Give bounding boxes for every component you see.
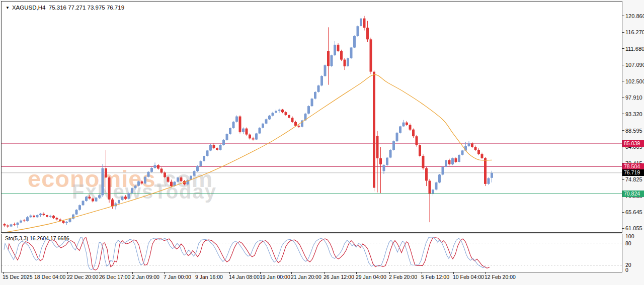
time-axis-label: 29 Jan 04:00 xyxy=(356,274,386,280)
trading-chart-window: economies.com FxNewsToday ▼XAGUSD,H4 75.… xyxy=(0,0,644,285)
time-axis-label: 14 Jan 08:00 xyxy=(229,274,260,280)
price-axis-label: 97.910 xyxy=(625,94,642,101)
price-axis-label: 107.090 xyxy=(625,62,644,68)
stochastic-panel[interactable]: Sto(5,3,3) 16.2604 17.6686 xyxy=(1,234,622,272)
price-axis-tick xyxy=(622,16,624,16)
symbol-timeframe: XAGUSD,H4 xyxy=(12,5,45,11)
price-axis-label: 111.680 xyxy=(625,46,644,52)
price-axis-tick xyxy=(622,196,624,196)
time-axis-label: 26 Dec 17:00 xyxy=(99,274,130,280)
price-axis-tick xyxy=(622,48,624,49)
time-axis-label: 12 Feb 20:00 xyxy=(485,274,516,280)
price-axis-tick xyxy=(622,228,624,229)
current-price-tag: 76.719 xyxy=(622,169,644,176)
time-axis-label: 9 Jan 16:00 xyxy=(195,274,223,280)
price-axis-tick xyxy=(622,179,624,180)
indicator-axis-label: 100 xyxy=(625,233,634,239)
price-axis-tick xyxy=(622,65,624,65)
time-axis-label: 19 Jan 00:00 xyxy=(260,274,290,280)
indicator-axis-label: 80 xyxy=(625,240,631,246)
time-axis-label: 10 Feb 04:00 xyxy=(453,274,484,280)
price-chart-canvas[interactable] xyxy=(2,2,622,232)
price-level-tag: 85.039 xyxy=(622,140,644,147)
ohlc-values: 75.316 77.271 73.975 76.719 xyxy=(49,5,124,11)
time-axis-label: 26 Jan 12:00 xyxy=(324,274,354,280)
price-axis-tick xyxy=(622,163,624,163)
price-axis-label: 120.860 xyxy=(625,13,644,19)
price-level-tag: 78.504 xyxy=(622,163,644,170)
price-axis-label: 116.270 xyxy=(625,29,644,35)
price-axis-label: 74.825 xyxy=(625,176,642,182)
price-axis-label: 102.500 xyxy=(625,78,644,84)
price-axis-label: 61.055 xyxy=(625,225,642,231)
price-axis-label: 88.595 xyxy=(625,128,642,134)
time-axis-label: 2 Feb 20:00 xyxy=(389,274,417,280)
time-axis-label: 18 Dec 04:00 xyxy=(34,274,65,280)
price-level-tag: 70.824 xyxy=(622,191,644,197)
indicator-label: Sto(5,3,3) 16.2604 17.6686 xyxy=(5,235,69,241)
price-axis-tick xyxy=(622,130,624,131)
price-axis-tick xyxy=(622,114,624,114)
price-axis-label: 84.005 xyxy=(625,144,642,150)
price-axis-label: 70.235 xyxy=(625,193,642,199)
time-axis-label: 5 Feb 12:00 xyxy=(421,274,449,280)
indicator-axis-label: 20 xyxy=(625,262,631,268)
price-axis-label: 65.645 xyxy=(625,209,642,215)
price-axis-tick xyxy=(622,32,624,33)
time-axis-label: 2 Jan 09:00 xyxy=(132,274,159,280)
time-axis-label: 22 Dec 20:00 xyxy=(67,274,98,280)
price-axis-tick xyxy=(622,147,624,147)
time-axis-label: 15 Dec 2025 xyxy=(3,274,33,280)
time-axis-label: 21 Jan 20:00 xyxy=(291,274,321,280)
price-axis-tick xyxy=(622,81,624,81)
price-chart-panel[interactable]: economies.com FxNewsToday ▼XAGUSD,H4 75.… xyxy=(1,1,622,233)
symbol-dropdown-icon[interactable]: ▼ xyxy=(6,6,10,10)
stochastic-canvas[interactable] xyxy=(2,234,622,272)
price-axis-label: 79.415 xyxy=(625,160,642,166)
price-axis-tick xyxy=(622,98,624,98)
time-axis-label: 7 Jan 00:00 xyxy=(164,274,191,280)
chart-title: ▼XAGUSD,H4 75.316 77.271 73.975 76.719 xyxy=(6,5,124,11)
price-axis-label: 93.320 xyxy=(625,111,642,117)
price-axis-tick xyxy=(622,212,624,213)
indicator-axis-label: 0 xyxy=(625,267,628,273)
